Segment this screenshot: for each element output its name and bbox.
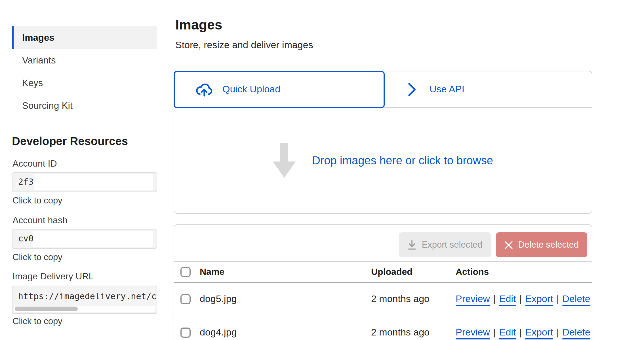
account-hash-copy-box[interactable]: cv0J (12, 229, 157, 249)
image-delivery-url-label: Image Delivery URL (12, 271, 94, 282)
row-checkbox[interactable] (180, 294, 191, 304)
table-toolbar: Export selected Delete selected (174, 225, 592, 262)
action-separator: | (493, 294, 496, 304)
tab-use-api[interactable]: Use API (385, 71, 592, 107)
select-all-checkbox[interactable] (180, 267, 191, 277)
tab-quick-upload[interactable]: Quick Upload (174, 71, 385, 108)
image-dropzone[interactable]: Drop images here or click to browse (174, 108, 592, 213)
sidebar-item-images[interactable]: Images (12, 26, 157, 49)
delete-selected-label: Delete selected (518, 240, 579, 250)
tab-quick-upload-label: Quick Upload (222, 84, 280, 95)
upload-panel: Quick Upload Use API Drop images here or… (174, 71, 592, 214)
export-selected-label: Export selected (422, 240, 483, 250)
export-link[interactable]: Export (525, 294, 553, 304)
redaction-mask (33, 231, 153, 247)
account-hash-copy-hint: Click to copy (12, 252, 62, 262)
column-header-uploaded: Uploaded (371, 267, 413, 277)
image-name: dog4.jpg (200, 327, 237, 338)
account-id-copy-box[interactable]: 2f3d (12, 172, 157, 192)
image-delivery-url-copy-hint: Click to copy (12, 316, 62, 326)
uploaded-time: 2 months ago (371, 327, 430, 338)
column-header-actions: Actions (456, 267, 489, 277)
table-row: dog5.jpg 2 months ago Preview|Edit|Expor… (174, 283, 592, 316)
table-row: dog4.jpg 2 months ago Preview|Edit|Expor… (174, 316, 592, 340)
developer-resources-title: Developer Resources (12, 135, 128, 148)
sidebar: Images Variants Keys Sourcing Kit (12, 26, 157, 117)
sidebar-item-sourcing-kit[interactable]: Sourcing Kit (12, 94, 157, 117)
images-table-card: Export selected Delete selected Name Upl… (174, 224, 592, 340)
tab-use-api-label: Use API (430, 84, 464, 95)
delete-link[interactable]: Delete (562, 327, 590, 338)
download-icon (408, 240, 417, 250)
redaction-mask (34, 174, 153, 190)
page-title: Images (175, 17, 222, 33)
row-actions: Preview|Edit|Export|Delete (456, 327, 590, 338)
export-link[interactable]: Export (525, 327, 553, 338)
preview-link[interactable]: Preview (456, 327, 490, 338)
export-selected-button[interactable]: Export selected (399, 232, 491, 257)
row-actions: Preview|Edit|Export|Delete (456, 294, 590, 305)
delete-link[interactable]: Delete (562, 294, 590, 304)
account-id-label: Account ID (12, 159, 57, 169)
page-subtitle: Store, resize and deliver images (175, 40, 313, 51)
images-dashboard-page: Images Variants Keys Sourcing Kit Develo… (0, 0, 644, 340)
image-name: dog5.jpg (200, 294, 237, 305)
image-delivery-url-value: https://imagedelivery.net/cv0JSjn8 (12, 286, 157, 301)
delete-selected-button[interactable]: Delete selected (496, 232, 587, 257)
row-checkbox[interactable] (180, 328, 191, 338)
action-separator: | (557, 294, 559, 304)
edit-link[interactable]: Edit (499, 294, 516, 304)
table-header-row: Name Uploaded Actions (174, 262, 592, 283)
action-separator: | (557, 327, 559, 338)
uploaded-time: 2 months ago (371, 294, 430, 305)
sidebar-item-variants[interactable]: Variants (12, 49, 157, 71)
action-separator: | (519, 294, 522, 304)
preview-link[interactable]: Preview (456, 294, 490, 304)
sidebar-item-keys[interactable]: Keys (12, 71, 157, 94)
dropzone-text: Drop images here or click to browse (312, 154, 493, 167)
url-scrollbar-track (14, 306, 155, 312)
url-scrollbar-thumb[interactable] (15, 307, 78, 311)
column-header-name: Name (200, 267, 224, 277)
arrow-down-icon (273, 143, 296, 178)
action-separator: | (493, 327, 496, 338)
account-hash-label: Account hash (12, 215, 68, 226)
edit-link[interactable]: Edit (499, 327, 516, 338)
x-icon (504, 241, 513, 249)
action-separator: | (519, 327, 522, 338)
cloud-upload-icon (195, 82, 213, 97)
image-delivery-url-copy-box[interactable]: https://imagedelivery.net/cv0JSjn8 (12, 286, 157, 314)
chevron-right-icon (408, 82, 416, 96)
account-id-copy-hint: Click to copy (12, 196, 62, 206)
